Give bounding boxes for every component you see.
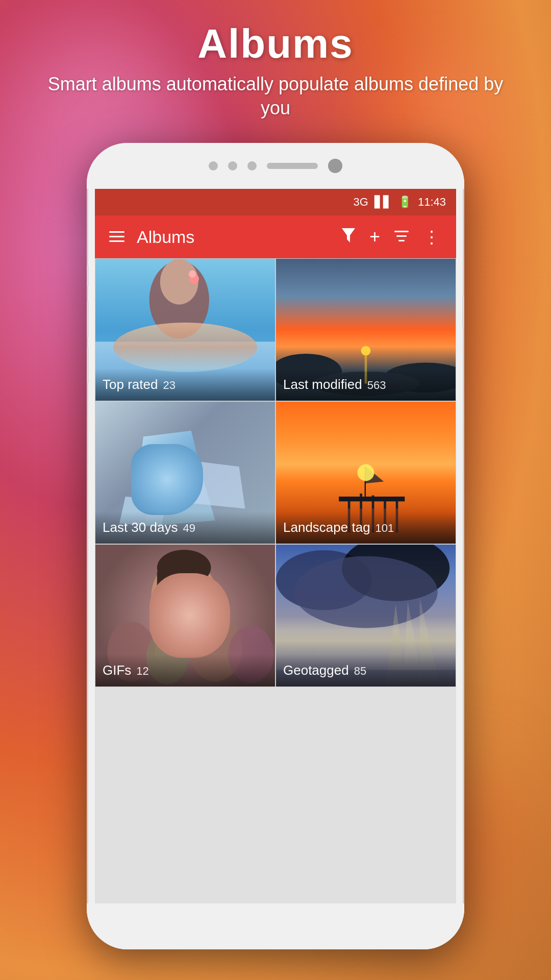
album-count-last-modified: 563 <box>367 379 386 392</box>
album-grid: Top rated 23 <box>95 258 456 687</box>
volume-up-button <box>87 301 89 337</box>
power-button <box>462 296 464 327</box>
page-title: Albums <box>0 20 551 67</box>
album-name-gifs: GIFs <box>103 663 131 678</box>
album-name-geotagged: Geotagged <box>283 663 349 678</box>
page-subtitle: Smart albums automatically populate albu… <box>0 72 551 120</box>
silent-button <box>87 265 89 286</box>
svg-rect-30 <box>339 497 405 501</box>
svg-rect-6 <box>398 240 405 241</box>
header-area: Albums Smart albums automatically popula… <box>0 0 551 120</box>
album-item-geotagged[interactable]: Geotagged 85 <box>276 544 456 687</box>
network-indicator: 3G <box>354 195 368 209</box>
front-camera <box>328 159 342 173</box>
toolbar-title: Albums <box>131 227 335 247</box>
album-label-landscape: Landscape tag 101 <box>276 511 456 544</box>
phone-frame: 3G ▋▋ 🔋 11:43 Albums + <box>87 143 464 949</box>
album-label-geotagged: Geotagged 85 <box>276 654 456 687</box>
svg-rect-1 <box>109 236 124 237</box>
svg-point-42 <box>157 550 211 585</box>
album-label-last-modified: Last modified 563 <box>276 369 456 401</box>
svg-point-45 <box>190 582 199 589</box>
battery-indicator: 🔋 <box>398 195 412 209</box>
signal-bars: ▋▋ <box>374 195 392 209</box>
svg-point-12 <box>189 271 196 278</box>
album-count-gifs: 12 <box>136 665 148 678</box>
screen: 3G ▋▋ 🔋 11:43 Albums + <box>95 189 456 903</box>
svg-rect-5 <box>396 235 407 237</box>
svg-marker-3 <box>342 228 355 242</box>
album-item-top-rated[interactable]: Top rated 23 <box>95 258 276 401</box>
phone-bezel-top <box>87 143 464 189</box>
svg-point-33 <box>358 464 374 481</box>
album-item-last-30[interactable]: Last 30 days 49 <box>95 401 276 544</box>
volume-down-button <box>87 347 89 383</box>
toolbar: Albums + ⋮ <box>95 215 456 258</box>
add-button[interactable]: + <box>362 220 387 254</box>
phone-bezel-bottom <box>87 903 464 949</box>
album-name-top-rated: Top rated <box>103 377 158 393</box>
svg-rect-0 <box>109 231 124 233</box>
more-button[interactable]: ⋮ <box>416 220 448 253</box>
bezel-dot-2 <box>228 161 237 170</box>
svg-rect-2 <box>109 240 124 242</box>
menu-button[interactable] <box>103 222 131 253</box>
album-count-landscape: 101 <box>375 522 394 535</box>
sort-button[interactable] <box>387 222 416 252</box>
filter-button[interactable] <box>335 222 362 252</box>
bezel-dot-3 <box>247 161 257 170</box>
album-label-top-rated: Top rated 23 <box>95 369 275 401</box>
album-name-landscape: Landscape tag <box>283 520 370 535</box>
album-item-last-modified[interactable]: Last modified 563 <box>276 258 456 401</box>
svg-marker-22 <box>185 461 245 509</box>
svg-rect-43 <box>157 568 168 603</box>
svg-point-49 <box>294 556 438 628</box>
album-count-geotagged: 85 <box>354 665 366 678</box>
album-name-last-30: Last 30 days <box>103 520 178 535</box>
album-label-gifs: GIFs 12 <box>95 654 275 687</box>
svg-rect-4 <box>394 231 409 232</box>
album-count-top-rated: 23 <box>163 379 175 392</box>
album-name-last-modified: Last modified <box>283 377 362 393</box>
speaker-grille <box>267 163 318 169</box>
bezel-dot-1 <box>209 161 218 170</box>
album-label-last-30: Last 30 days 49 <box>95 511 275 544</box>
status-bar: 3G ▋▋ 🔋 11:43 <box>95 189 456 215</box>
album-item-gifs[interactable]: GIFs 12 <box>95 544 276 687</box>
album-count-last-30: 49 <box>183 522 195 535</box>
album-item-landscape[interactable]: Landscape tag 101 <box>276 401 456 544</box>
svg-point-44 <box>168 582 178 589</box>
clock: 11:43 <box>418 195 446 209</box>
